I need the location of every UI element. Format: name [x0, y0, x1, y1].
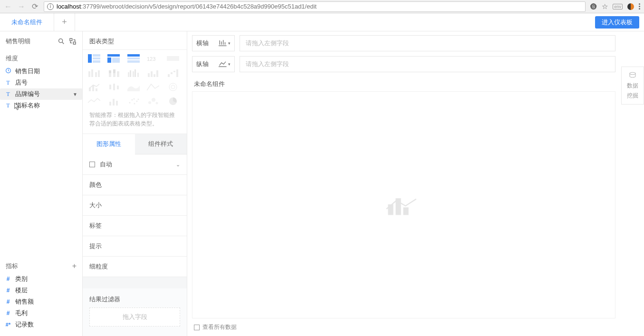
- bookmark-icon[interactable]: ☆: [602, 2, 608, 11]
- svg-point-53: [133, 98, 135, 100]
- svg-point-51: [131, 99, 133, 101]
- translate-icon[interactable]: 🅖: [590, 3, 597, 10]
- field-label: 毛利: [15, 309, 28, 317]
- field-item[interactable]: #*记录数: [0, 319, 82, 330]
- smart-recommend-hint: 智能推荐：根据拖入的字段智能推荐合适的图表或表格类型。: [83, 108, 187, 134]
- extension-badge[interactable]: env: [613, 4, 623, 10]
- field-item[interactable]: T 品牌编号 ▼: [0, 88, 82, 100]
- empty-chart-placeholder-icon: [385, 192, 423, 218]
- browser-menu-icon[interactable]: [639, 3, 640, 10]
- browser-toolbar: ← → ⟳ i localhost:37799/webroot/decision…: [0, 0, 644, 13]
- v-axis-dropzone[interactable]: 请拖入左侧字段: [240, 56, 615, 72]
- chart-type-bar-compare: [146, 68, 160, 77]
- component-tab[interactable]: 未命名组件: [0, 13, 54, 31]
- chart-type-multi-col: [127, 68, 140, 77]
- svg-rect-13: [127, 58, 140, 59]
- chart-type-group-table[interactable]: [87, 54, 101, 63]
- svg-rect-30: [137, 73, 139, 77]
- tab-graphic-props[interactable]: 图形属性: [83, 134, 135, 154]
- data-mining-button[interactable]: 数据 挖掘: [621, 67, 644, 105]
- swap-table-icon[interactable]: [69, 38, 77, 45]
- chart-type-combo: [87, 82, 101, 92]
- field-label: 类别: [15, 275, 28, 283]
- forward-button[interactable]: →: [17, 2, 26, 11]
- svg-rect-34: [156, 70, 158, 77]
- field-item[interactable]: #毛利: [0, 307, 82, 319]
- field-label: 品牌编号: [15, 90, 40, 98]
- field-item[interactable]: 销售日期: [0, 66, 82, 77]
- chart-type-cross-table[interactable]: [107, 54, 120, 63]
- reload-button[interactable]: ⟳: [30, 2, 39, 11]
- add-metric-button[interactable]: +: [72, 262, 77, 270]
- svg-rect-35: [168, 74, 170, 77]
- prop-label[interactable]: 标签: [83, 216, 187, 236]
- chart-type-radar: [166, 82, 180, 92]
- svg-rect-14: [127, 60, 140, 63]
- svg-rect-41: [96, 88, 97, 91]
- canvas-title: 未命名组件: [192, 77, 644, 91]
- field-item[interactable]: #类别: [0, 273, 82, 285]
- metric-list: #类别 #楼层 #销售额 #毛利 #*记录数: [0, 273, 82, 336]
- field-label: 销售额: [15, 298, 34, 306]
- search-icon[interactable]: [58, 38, 65, 45]
- svg-rect-11: [112, 58, 120, 63]
- chart-type-grid: 123: [83, 50, 187, 108]
- svg-rect-38: [176, 69, 178, 77]
- chart-canvas[interactable]: [192, 91, 615, 318]
- field-item[interactable]: #销售额: [0, 296, 82, 307]
- result-filter-dropzone[interactable]: 拖入字段: [89, 307, 180, 326]
- v-axis-selector[interactable]: 纵轴 ▾: [192, 56, 235, 72]
- metric-section-title: 指标 +: [0, 257, 82, 273]
- data-mining-icon: [628, 71, 637, 80]
- field-label: 指标名称: [15, 101, 40, 110]
- svg-point-57: [152, 98, 155, 102]
- svg-rect-7: [93, 58, 100, 59]
- svg-point-56: [148, 101, 151, 104]
- svg-rect-37: [173, 71, 175, 72]
- svg-rect-44: [117, 86, 119, 89]
- svg-rect-26: [128, 72, 129, 77]
- svg-rect-20: [98, 70, 100, 77]
- svg-text:123: 123: [147, 56, 155, 62]
- view-all-data-checkbox[interactable]: 查看所有数据: [192, 318, 644, 336]
- site-info-icon[interactable]: i: [47, 3, 54, 10]
- back-button[interactable]: ←: [4, 2, 12, 11]
- chart-type-detail-table[interactable]: [127, 54, 140, 63]
- count-type-icon: #*: [5, 322, 11, 327]
- text-type-icon: T: [5, 91, 11, 98]
- svg-rect-31: [148, 73, 150, 77]
- svg-point-69: [630, 72, 635, 75]
- svg-rect-49: [116, 101, 118, 106]
- field-item[interactable]: #楼层: [0, 285, 82, 296]
- number-type-icon: #: [5, 276, 11, 282]
- tab-component-style[interactable]: 组件样式: [135, 134, 187, 154]
- h-axis-dropzone[interactable]: 请拖入左侧字段: [240, 35, 615, 51]
- svg-point-54: [136, 101, 137, 102]
- svg-rect-33: [154, 74, 155, 77]
- field-item[interactable]: T 店号: [0, 77, 82, 88]
- extension-swirl-icon[interactable]: [627, 3, 634, 10]
- chart-type-scatter: [127, 96, 140, 106]
- chart-type-stacked-col: [107, 68, 120, 77]
- field-item[interactable]: T 指标名称: [0, 100, 82, 111]
- prop-tooltip[interactable]: 提示: [83, 236, 187, 257]
- h-axis-selector[interactable]: 横轴 ▾: [192, 35, 235, 51]
- svg-rect-68: [403, 207, 408, 215]
- chart-type-line: [87, 96, 101, 106]
- dropdown-caret-icon[interactable]: ▼: [73, 92, 77, 97]
- shape-selector[interactable]: 自动 ⌄: [83, 154, 187, 175]
- enter-dashboard-button[interactable]: 进入仪表板: [595, 16, 639, 29]
- text-type-icon: T: [5, 79, 11, 86]
- svg-point-55: [137, 99, 139, 100]
- dimension-section-title: 维度: [0, 49, 82, 66]
- add-tab-button[interactable]: +: [54, 13, 75, 31]
- address-bar[interactable]: i localhost:37799/webroot/decision/v5/de…: [44, 1, 586, 12]
- svg-rect-40: [92, 86, 94, 91]
- number-type-icon: #: [5, 287, 11, 294]
- chart-type-line-peak: [146, 82, 160, 92]
- svg-point-50: [129, 102, 130, 104]
- prop-granularity[interactable]: 细粒度: [83, 257, 187, 277]
- prop-size[interactable]: 大小: [83, 195, 187, 216]
- chart-type-bubble: [146, 96, 160, 106]
- prop-color[interactable]: 颜色: [83, 175, 187, 195]
